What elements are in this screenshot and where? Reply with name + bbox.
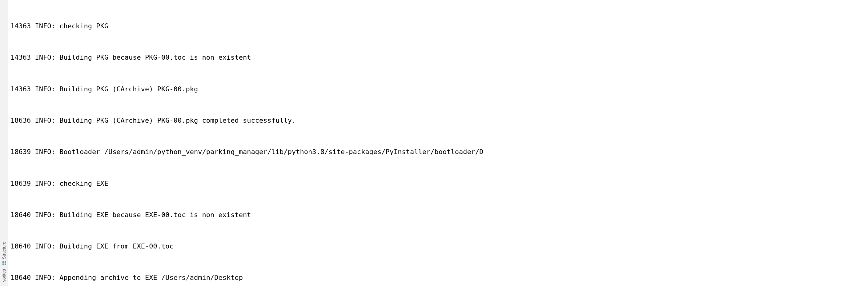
log-line: 14363 INFO: checking PKG xyxy=(10,21,868,31)
svg-rect-0 xyxy=(5,263,6,265)
structure-icon xyxy=(2,261,6,265)
ide-left-sidebar: Structure vorites xyxy=(0,0,8,286)
sidebar-structure-label: Structure xyxy=(2,242,6,259)
svg-rect-3 xyxy=(2,261,4,263)
terminal-pane[interactable]: 14363 INFO: checking PKG 14363 INFO: Bui… xyxy=(8,0,868,286)
log-line: 18640 INFO: Appending archive to EXE /Us… xyxy=(10,273,868,283)
svg-rect-1 xyxy=(2,263,4,265)
svg-rect-2 xyxy=(5,261,6,263)
log-line: 18639 INFO: checking EXE xyxy=(10,178,868,189)
log-line: 18640 INFO: Building EXE from EXE-00.toc xyxy=(10,241,868,252)
sidebar-structure-tab[interactable]: Structure xyxy=(2,242,6,265)
log-line: 14363 INFO: Building PKG (CArchive) PKG-… xyxy=(10,84,868,95)
sidebar-favorites-label: vorites xyxy=(2,269,6,282)
sidebar-favorites-tab[interactable]: vorites xyxy=(2,269,6,282)
log-line: 18639 INFO: Bootloader /Users/admin/pyth… xyxy=(10,147,868,157)
log-line: 18636 INFO: Building PKG (CArchive) PKG-… xyxy=(10,115,868,126)
log-line: 18640 INFO: Building EXE because EXE-00.… xyxy=(10,210,868,220)
log-line: 14363 INFO: Building PKG because PKG-00.… xyxy=(10,52,868,63)
